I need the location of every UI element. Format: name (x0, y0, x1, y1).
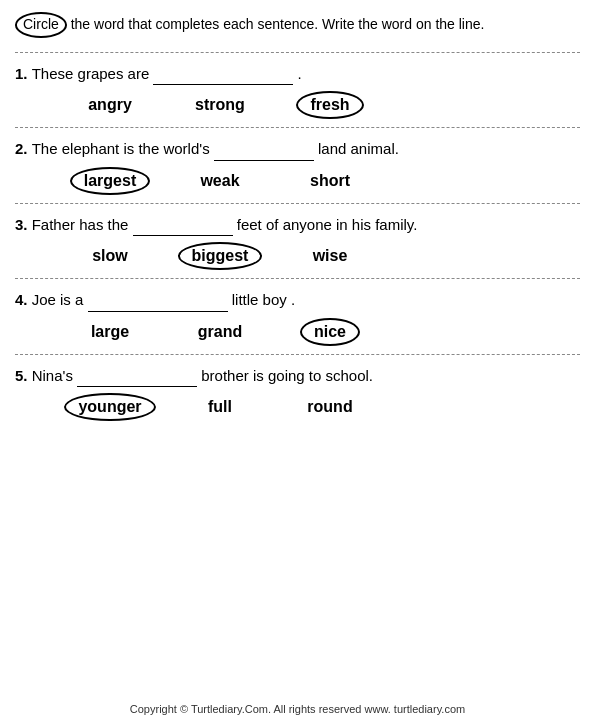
q2-choices: largest weak short (55, 167, 580, 195)
q4-blank (88, 296, 228, 312)
q5-choice-3: round (275, 398, 385, 416)
q2-choice-3: short (275, 172, 385, 190)
q3-after: feet of anyone in his family. (237, 216, 418, 233)
copyright-text: Copyright © Turtlediary.Com. All rights … (130, 703, 465, 715)
q2-choice-1: largest (55, 167, 165, 195)
question-5-text: 5. Nina's brother is going to school. (15, 365, 580, 388)
divider-1 (15, 127, 580, 128)
question-5: 5. Nina's brother is going to school. yo… (15, 359, 580, 426)
q2-blank (214, 145, 314, 161)
q1-choice-2: strong (165, 96, 275, 114)
q4-choice-2: grand (165, 323, 275, 341)
divider-2 (15, 203, 580, 204)
q5-number: 5. (15, 367, 28, 384)
q5-choice-2: full (165, 398, 275, 416)
worksheet-page: Circle the word that completes each sent… (0, 0, 595, 725)
q1-choices: angry strong fresh (55, 91, 580, 119)
q2-after: land animal. (318, 140, 399, 157)
question-4: 4. Joe is a little boy . large grand nic… (15, 283, 580, 350)
question-1-text: 1. These grapes are . (15, 63, 580, 86)
q4-choice-3: nice (275, 318, 385, 346)
instructions-rest: the word that completes each sentence. W… (71, 16, 485, 32)
q4-number: 4. (15, 291, 28, 308)
q3-blank (133, 220, 233, 236)
q1-number: 1. (15, 65, 28, 82)
divider-0 (15, 52, 580, 53)
q3-choice-2: biggest (165, 242, 275, 270)
q1-choice-1: angry (55, 96, 165, 114)
q5-choice-1: younger (55, 393, 165, 421)
circle-instruction-word: Circle (15, 12, 67, 38)
divider-3 (15, 278, 580, 279)
q3-number: 3. (15, 216, 28, 233)
question-4-text: 4. Joe is a little boy . (15, 289, 580, 312)
q2-choice-2: weak (165, 172, 275, 190)
q4-choices: large grand nice (55, 318, 580, 346)
q1-text-after: . (298, 65, 302, 82)
instructions: Circle the word that completes each sent… (15, 10, 580, 40)
q5-before: Nina's (32, 367, 73, 384)
footer: Copyright © Turtlediary.Com. All rights … (15, 699, 580, 715)
q3-choices: slow biggest wise (55, 242, 580, 270)
q5-blank (77, 371, 197, 387)
q5-after: brother is going to school. (201, 367, 373, 384)
q3-before: Father has the (32, 216, 129, 233)
q2-before: The elephant is the world's (32, 140, 210, 157)
q3-choice-1: slow (55, 247, 165, 265)
question-3: 3. Father has the feet of anyone in his … (15, 208, 580, 275)
q4-after: little boy . (232, 291, 295, 308)
divider-4 (15, 354, 580, 355)
question-2: 2. The elephant is the world's land anim… (15, 132, 580, 199)
q4-choice-1: large (55, 323, 165, 341)
q4-before: Joe is a (32, 291, 84, 308)
question-1: 1. These grapes are . angry strong fresh (15, 57, 580, 124)
q1-choice-3: fresh (275, 91, 385, 119)
question-2-text: 2. The elephant is the world's land anim… (15, 138, 580, 161)
q3-choice-3: wise (275, 247, 385, 265)
question-3-text: 3. Father has the feet of anyone in his … (15, 214, 580, 237)
q5-choices: younger full round (55, 393, 580, 421)
q2-number: 2. (15, 140, 28, 157)
q1-before: These grapes are (32, 65, 150, 82)
q1-blank (153, 69, 293, 85)
